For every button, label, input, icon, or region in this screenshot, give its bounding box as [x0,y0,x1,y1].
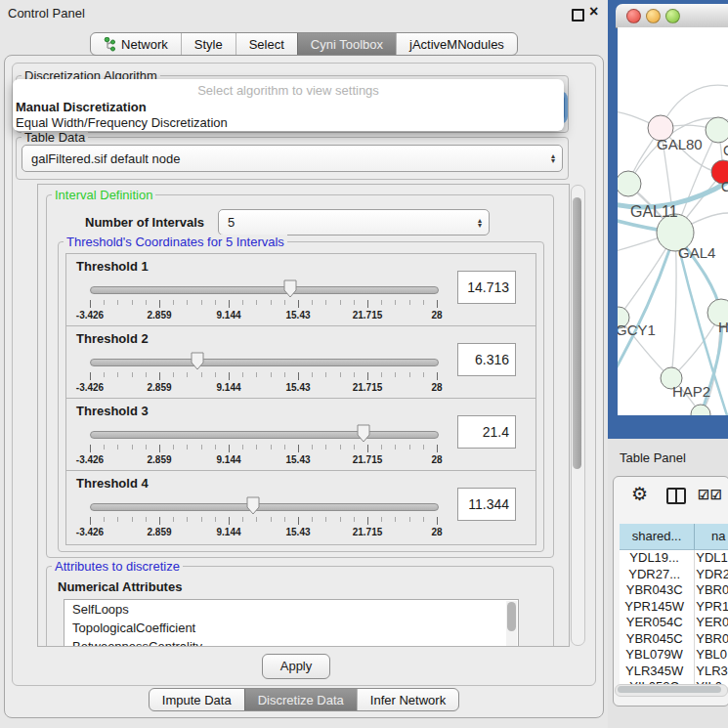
slider-tick-label: 2.859 [147,382,171,393]
network-node[interactable] [706,117,728,143]
slider-tick [340,372,341,377]
popup-option-equal-width-frequency[interactable]: Equal Width/Frequency Discretization [16,115,228,130]
slider-tick [423,300,424,305]
slider-tick [146,517,147,522]
table-row[interactable]: YBL079WYBL0 [620,647,728,664]
gear-icon[interactable]: ⚙ [631,483,648,505]
slider-tick-label: -3.426 [76,527,104,537]
slider-tick [325,517,326,522]
table-row[interactable]: YLR345WYLR3 [620,664,728,680]
settings-scrollbar[interactable] [571,185,585,646]
tab-style[interactable]: Style [181,33,236,55]
slider-track[interactable] [90,431,439,439]
numerical-attributes-list[interactable]: SelfLoopsTopologicalCoefficientBetweenne… [64,599,519,647]
table-cell: YBR045C [620,631,689,648]
list-scrollbar[interactable] [506,601,517,647]
slider-thumb[interactable] [357,424,370,443]
table-cell: YBR0 [689,631,728,648]
slider-thumb[interactable] [246,496,260,515]
split-view-icon[interactable] [666,488,686,504]
slider-tick [271,445,272,450]
threshold-slider[interactable]: -3.4262.8599.14415.4321.71528 [90,354,437,397]
threshold-slider[interactable]: -3.4262.8599.14415.4321.71528 [90,426,437,469]
slider-thumb[interactable] [191,352,204,370]
minimize-traffic-light[interactable] [646,9,661,23]
close-traffic-light[interactable] [626,9,641,23]
column-header-name[interactable]: na [695,524,728,550]
tab-network[interactable]: Network [91,33,181,55]
slider-track[interactable] [90,503,439,511]
slider-tick [312,300,313,305]
slider-tick [117,372,118,377]
apply-button[interactable]: Apply [262,654,330,679]
tab-select[interactable]: Select [236,33,297,55]
slider-tick [242,517,243,522]
slider-tick [132,300,133,305]
slider-thumb[interactable] [283,279,297,298]
network-window: GAL80GCGAL11GAL4GCY1HHAP2 [608,0,728,439]
slider-tick-label: 2.859 [147,527,171,537]
table-row[interactable]: YBR043CYBR0 [620,582,728,599]
slider-track[interactable] [90,286,439,294]
zoom-traffic-light[interactable] [665,9,680,23]
popup-option-manual-discretization[interactable]: Manual Discretization [16,100,147,114]
threshold-value-field[interactable]: 11.344 [457,488,516,521]
numerical-attributes-label: Numerical Attributes [58,579,182,594]
tab-label: Discretize Data [258,693,344,707]
settings-scrollbar-thumb[interactable] [573,197,581,469]
close-icon[interactable]: × [589,3,598,21]
slider-tick [367,517,368,525]
slider-tick [117,517,118,522]
table-data-combo[interactable]: galFiltered.sif default node ▴▾ [21,145,563,172]
network-node[interactable] [618,171,641,196]
table-row[interactable]: YER054CYER0 [620,615,728,631]
threshold-value-field[interactable]: 14.713 [457,271,516,304]
threshold-slider[interactable]: -3.4262.8599.14415.4321.71528 [90,281,437,324]
slider-track[interactable] [90,359,439,366]
table-row[interactable]: YPR145WYPR1 [620,599,728,616]
network-node[interactable] [691,405,710,415]
slider-tick [215,517,216,522]
node-label: HAP2 [672,383,710,400]
column-select-icon[interactable]: ☑☑ [698,488,722,502]
slider-tick [312,445,313,450]
tab-infer-network[interactable]: Infer Network [357,689,458,710]
list-item[interactable]: SelfLoops [64,600,518,619]
network-window-titlebar[interactable] [616,4,728,28]
slider-tick [284,372,285,377]
table-row[interactable]: YDR27...YDR2 [620,567,728,583]
table-cell: YBR0 [689,582,728,599]
tab-jactivemnodules[interactable]: jActiveMNodules [396,33,517,55]
slider-tick [437,445,438,452]
table-cell: YBL0 [689,647,728,664]
slider-tick [256,517,257,522]
threshold-label: Threshold 1 [76,259,149,274]
slider-tick [381,517,382,522]
slider-tick-label: 2.859 [147,454,171,465]
table-row[interactable]: YDL19...YDL1 [620,550,728,567]
slider-tick [117,300,118,305]
threshold-value-field[interactable]: 6.316 [457,343,516,376]
threshold-slider[interactable]: -3.4262.8599.14415.4321.71528 [90,498,437,541]
network-icon [104,37,116,52]
threshold-value-field[interactable]: 21.4 [457,415,516,449]
slider-tick-label: 15.43 [285,310,310,321]
table-row[interactable]: YBR045CYBR0 [620,631,728,648]
network-edge[interactable] [671,233,676,378]
table-hscrollbar[interactable] [615,684,728,697]
list-item[interactable]: TopologicalCoefficient [64,619,518,637]
tab-cyni-toolbox[interactable]: Cyni Toolbox [297,33,396,55]
column-header-shared[interactable]: shared... [620,524,695,550]
network-canvas[interactable]: GAL80GCGAL11GAL4GCY1HHAP2 [618,27,728,415]
tab-discretize-data[interactable]: Discretize Data [244,689,357,710]
float-window-icon[interactable] [572,9,584,21]
thresholds-stack: Threshold 1-3.4262.8599.14415.4321.71528… [65,253,536,546]
stepper-icon: ▴▾ [478,218,482,228]
list-item[interactable]: BetweennessCentrality [64,637,518,647]
threshold-label: Threshold 3 [76,404,149,418]
tab-impute-data[interactable]: Impute Data [150,689,244,710]
slider-tick [229,372,230,380]
slider-tick [284,445,285,450]
number-of-intervals-combo[interactable]: 5 ▴▾ [218,209,490,236]
slider-tick [201,372,202,377]
